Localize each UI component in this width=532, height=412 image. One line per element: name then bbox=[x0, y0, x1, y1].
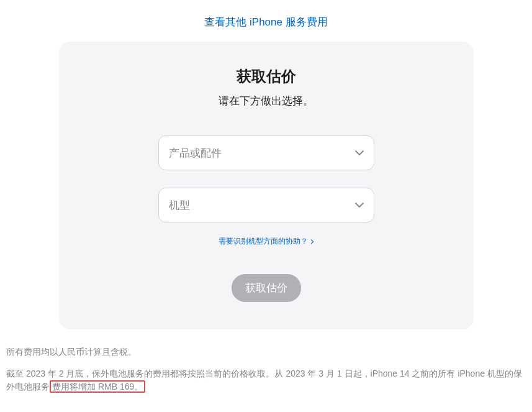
model-select-placeholder: 机型 bbox=[169, 198, 190, 213]
card-title: 获取估价 bbox=[84, 66, 449, 86]
price-increase-highlight: 费用将增加 RMB 169。 bbox=[50, 380, 145, 393]
estimate-card: 获取估价 请在下方做出选择。 产品或配件 机型 需要识别机型方面的协助？ 获取估… bbox=[59, 42, 474, 329]
other-service-fees-link[interactable]: 查看其他 iPhone 服务费用 bbox=[204, 16, 327, 28]
chevron-right-icon bbox=[310, 239, 314, 244]
chevron-down-icon bbox=[355, 201, 364, 209]
chevron-down-icon bbox=[355, 149, 364, 157]
card-subtitle: 请在下方做出选择。 bbox=[84, 94, 449, 108]
help-link-label: 需要识别机型方面的协助？ bbox=[219, 236, 308, 247]
footer-note-2: 截至 2023 年 2 月底，保外电池服务的费用都将按照当前的价格收取。从 20… bbox=[6, 367, 526, 393]
product-select-placeholder: 产品或配件 bbox=[169, 146, 222, 160]
product-select[interactable]: 产品或配件 bbox=[158, 135, 374, 170]
model-select[interactable]: 机型 bbox=[158, 188, 374, 222]
footer-notes: 所有费用均以人民币计算且含税。 截至 2023 年 2 月底，保外电池服务的费用… bbox=[0, 329, 532, 393]
footer-note-1: 所有费用均以人民币计算且含税。 bbox=[6, 346, 526, 359]
get-estimate-button[interactable]: 获取估价 bbox=[232, 274, 301, 302]
identify-model-help-link[interactable]: 需要识别机型方面的协助？ bbox=[219, 236, 314, 247]
